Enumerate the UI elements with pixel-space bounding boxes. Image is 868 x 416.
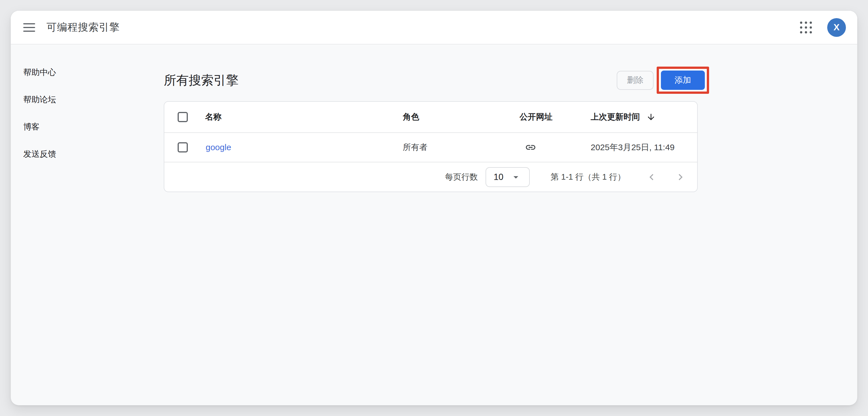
app-window: 可编程搜索引擎 X 帮助中心 帮助论坛 博客 发送反馈 所有搜索引擎 删除 添加 xyxy=(11,11,857,405)
chevron-left-icon xyxy=(645,171,658,183)
main-content: 所有搜索引擎 删除 添加 名称 角色 公开网址 上次更新时间 xyxy=(164,44,709,192)
caret-down-icon xyxy=(510,172,522,183)
app-title: 可编程搜索引擎 xyxy=(46,21,120,34)
sidebar-item-send-feedback[interactable]: 发送反馈 xyxy=(23,141,159,168)
column-header-role[interactable]: 角色 xyxy=(403,111,419,123)
column-header-name[interactable]: 名称 xyxy=(205,111,221,123)
sidebar-item-help-forum[interactable]: 帮助论坛 xyxy=(23,86,159,113)
search-engines-table: 名称 角色 公开网址 上次更新时间 google 所有者 xyxy=(164,101,698,192)
add-button[interactable]: 添加 xyxy=(661,70,705,90)
delete-button[interactable]: 删除 xyxy=(617,71,654,90)
next-page-button[interactable] xyxy=(674,171,687,183)
table-header-row: 名称 角色 公开网址 上次更新时间 xyxy=(164,102,697,133)
column-header-last-updated[interactable]: 上次更新时间 xyxy=(591,111,656,123)
apps-grid-icon[interactable] xyxy=(798,20,814,35)
column-header-public-url[interactable]: 公开网址 xyxy=(520,111,552,123)
highlight-annotation: 添加 xyxy=(657,67,709,94)
rows-per-page-label: 每页行数 xyxy=(445,172,478,183)
row-checkbox[interactable] xyxy=(178,142,188,152)
engine-name-link[interactable]: google xyxy=(206,143,231,152)
page-title: 所有搜索引擎 xyxy=(164,72,239,89)
previous-page-button[interactable] xyxy=(645,171,658,183)
sidebar-item-blog[interactable]: 博客 xyxy=(23,113,159,141)
sidebar-item-help-center[interactable]: 帮助中心 xyxy=(23,59,159,86)
sidebar: 帮助中心 帮助论坛 博客 发送反馈 xyxy=(23,44,159,168)
rows-per-page-select[interactable]: 10 xyxy=(486,167,530,187)
rows-per-page-value: 10 xyxy=(494,172,503,182)
sort-descending-icon xyxy=(646,112,656,122)
engine-last-updated: 2025年3月25日, 11:49 xyxy=(591,142,675,153)
public-url-link-icon[interactable] xyxy=(525,142,536,153)
chevron-right-icon xyxy=(674,171,687,183)
select-all-checkbox[interactable] xyxy=(178,112,188,122)
avatar[interactable]: X xyxy=(827,18,846,37)
top-bar: 可编程搜索引擎 X xyxy=(11,11,857,44)
pagination-range-text: 第 1-1 行（共 1 行） xyxy=(551,172,625,183)
table-row: google 所有者 2025年3月25日, 11:49 xyxy=(164,133,697,162)
engine-role: 所有者 xyxy=(403,142,428,153)
table-pagination: 每页行数 10 第 1-1 行（共 1 行） xyxy=(164,162,697,191)
column-header-last-updated-label: 上次更新时间 xyxy=(591,111,640,123)
menu-icon[interactable] xyxy=(23,23,35,32)
